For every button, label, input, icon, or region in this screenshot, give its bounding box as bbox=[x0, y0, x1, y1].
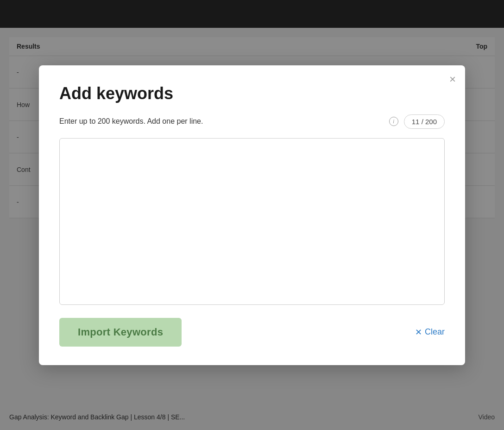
close-button[interactable]: × bbox=[449, 74, 456, 85]
clear-x-icon: ✕ bbox=[415, 327, 422, 337]
clear-button[interactable]: ✕ Clear bbox=[415, 327, 445, 337]
modal-title: Add keywords bbox=[59, 84, 445, 103]
modal-overlay: × Add keywords Enter up to 200 keywords.… bbox=[0, 0, 504, 430]
add-keywords-modal: × Add keywords Enter up to 200 keywords.… bbox=[39, 65, 465, 365]
keywords-textarea[interactable] bbox=[59, 138, 445, 305]
clear-label: Clear bbox=[425, 327, 445, 337]
modal-subtitle-row: Enter up to 200 keywords. Add one per li… bbox=[59, 114, 445, 129]
import-keywords-button[interactable]: Import Keywords bbox=[59, 318, 182, 347]
modal-subtitle: Enter up to 200 keywords. Add one per li… bbox=[59, 117, 384, 126]
info-icon[interactable]: i bbox=[389, 117, 398, 126]
modal-actions: Import Keywords ✕ Clear bbox=[59, 318, 445, 347]
keyword-counter: 11 / 200 bbox=[404, 114, 445, 129]
